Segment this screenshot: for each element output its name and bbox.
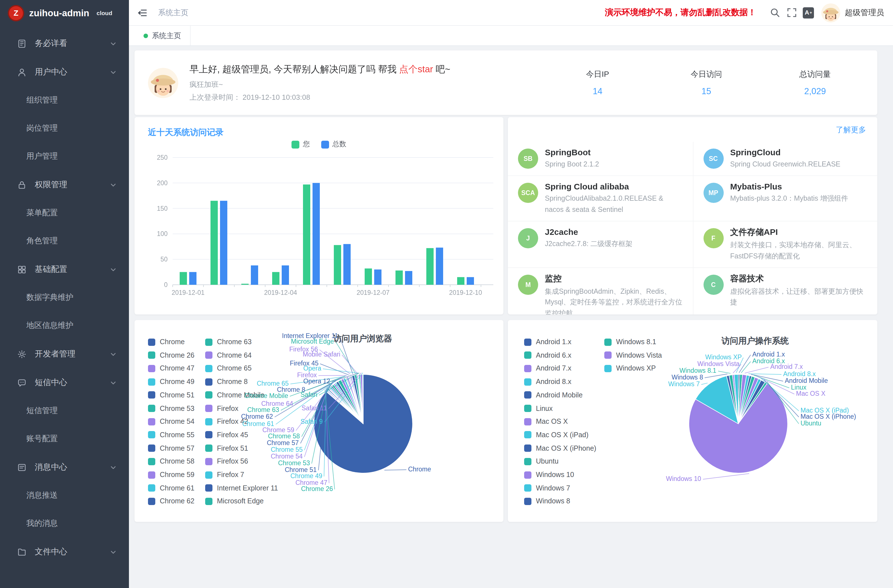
- legend-item[interactable]: Firefox 7: [205, 471, 244, 479]
- bar-您[interactable]: [303, 184, 310, 285]
- legend-item[interactable]: Windows 10: [524, 471, 574, 479]
- legend-item[interactable]: Chrome: [148, 338, 185, 346]
- legend-item[interactable]: Internet Explorer 11: [205, 484, 278, 492]
- legend-item[interactable]: Android Mobile: [524, 391, 583, 399]
- legend-item[interactable]: Android 7.x: [524, 365, 571, 373]
- sidebar-item-msg-center[interactable]: 消息中心: [0, 453, 129, 481]
- tech-item[interactable]: M监控集成SpringBootAdmin、Zipkin、Redis、Mysql、…: [508, 268, 693, 314]
- legend-item[interactable]: Mac OS X: [524, 418, 568, 426]
- sidebar-item-file-center[interactable]: 文件中心: [0, 538, 129, 566]
- legend-item[interactable]: Chrome 61: [148, 484, 194, 492]
- legend-label: Chrome 26: [160, 351, 194, 359]
- legend-item[interactable]: Android 8.x: [524, 378, 571, 386]
- legend-item[interactable]: Linux: [524, 405, 553, 412]
- legend-item[interactable]: Chrome 58: [148, 458, 194, 466]
- sidebar-item-sms-center[interactable]: 短信中心: [0, 368, 129, 397]
- legend-item[interactable]: Microsoft Edge: [205, 498, 264, 505]
- legend-item[interactable]: Windows 7: [524, 484, 570, 492]
- legend-item[interactable]: Mac OS X (iPhone): [524, 444, 596, 452]
- legend-item[interactable]: 您: [292, 140, 310, 149]
- legend-item[interactable]: Chrome 65: [205, 365, 252, 373]
- legend-item[interactable]: Firefox 51: [205, 444, 248, 452]
- bar-您[interactable]: [241, 284, 249, 285]
- bar-总数[interactable]: [436, 248, 443, 285]
- star-link[interactable]: 点个star: [399, 64, 433, 74]
- legend-item[interactable]: Chrome 57: [148, 444, 194, 452]
- bar-总数[interactable]: [220, 201, 227, 285]
- tech-item[interactable]: C容器技术虚拟化容器技术，让迁移、部署更加方便快捷: [693, 268, 877, 314]
- legend-label: Mac OS X (iPhone): [536, 444, 596, 452]
- user-menu[interactable]: 超级管理员: [821, 3, 884, 22]
- legend-item[interactable]: Chrome 63: [205, 338, 252, 346]
- legend-item[interactable]: Chrome 64: [205, 351, 252, 359]
- legend-item[interactable]: Chrome 62: [148, 498, 194, 505]
- sidebar-item-must-read[interactable]: 务必详看: [0, 29, 129, 58]
- bar-您[interactable]: [395, 271, 403, 285]
- tech-item[interactable]: SCASpring Cloud alibabaSpringCloudAlibab…: [508, 176, 693, 221]
- legend-item[interactable]: Chrome 47: [148, 365, 194, 373]
- app-logo[interactable]: Z zuihou-admin cloud: [0, 0, 129, 26]
- bar-总数[interactable]: [282, 265, 289, 285]
- search-icon[interactable]: [766, 4, 783, 21]
- legend-item[interactable]: 总数: [321, 140, 346, 149]
- legend-item[interactable]: Chrome 51: [148, 391, 194, 399]
- tech-item[interactable]: JJ2cacheJ2cache2.7.8: 二级缓存框架: [508, 221, 693, 268]
- legend-item[interactable]: Chrome 8: [205, 378, 248, 386]
- learn-more-link[interactable]: 了解更多: [836, 125, 866, 135]
- bar-您[interactable]: [334, 245, 341, 285]
- font-size-icon[interactable]: A+: [800, 4, 817, 21]
- sidebar-subitem[interactable]: 数据字典维护: [0, 284, 129, 312]
- bar-总数[interactable]: [374, 270, 382, 285]
- sidebar-item-base-config[interactable]: 基础配置: [0, 255, 129, 284]
- legend-item[interactable]: Chrome 55: [148, 431, 194, 439]
- tech-item[interactable]: MPMybatis-PlusMybatis-plus 3.2.0：Mybatis…: [693, 176, 877, 221]
- bar-总数[interactable]: [251, 265, 258, 285]
- fullscreen-icon[interactable]: [783, 4, 800, 21]
- tab-系统主页[interactable]: 系统主页: [135, 26, 191, 45]
- bar-您[interactable]: [180, 272, 187, 285]
- sidebar-subitem[interactable]: 短信管理: [0, 397, 129, 425]
- legend-item[interactable]: Firefox: [205, 405, 238, 412]
- sidebar-subitem[interactable]: 我的消息: [0, 510, 129, 538]
- sidebar-item-permission[interactable]: 权限管理: [0, 170, 129, 199]
- bar-您[interactable]: [210, 201, 218, 285]
- bar-您[interactable]: [272, 272, 280, 285]
- bar-您[interactable]: [426, 248, 434, 285]
- legend-item[interactable]: Firefox 56: [205, 458, 248, 466]
- legend-item[interactable]: Windows Vista: [604, 351, 662, 359]
- sidebar-subitem[interactable]: 用户管理: [0, 142, 129, 170]
- legend-item[interactable]: Firefox 45: [205, 431, 248, 439]
- bar-您[interactable]: [365, 269, 372, 285]
- sidebar-subitem[interactable]: 组织管理: [0, 86, 129, 114]
- legend-item[interactable]: Chrome 53: [148, 405, 194, 412]
- bar-总数[interactable]: [467, 277, 474, 285]
- legend-item[interactable]: Mac OS X (iPad): [524, 431, 589, 439]
- tech-item[interactable]: F文件存储API封装文件接口，实现本地存储、阿里云、FastDFS存储的配置化: [693, 221, 877, 268]
- bar-总数[interactable]: [313, 183, 320, 285]
- sidebar-subitem[interactable]: 菜单配置: [0, 199, 129, 227]
- tech-item[interactable]: SBSpringBootSpring Boot 2.1.2: [508, 142, 693, 176]
- tech-item[interactable]: SCSpringCloudSpring Cloud Greenwich.RELE…: [693, 142, 877, 176]
- sidebar-subitem[interactable]: 岗位管理: [0, 114, 129, 142]
- legend-item[interactable]: Windows XP: [604, 365, 656, 373]
- sidebar-item-developer[interactable]: 开发者管理: [0, 340, 129, 368]
- sidebar-item-user-center[interactable]: 用户中心: [0, 58, 129, 86]
- legend-item[interactable]: Windows 8: [524, 498, 570, 505]
- bar-总数[interactable]: [343, 244, 351, 285]
- legend-item[interactable]: Android 1.x: [524, 338, 571, 346]
- bar-您[interactable]: [457, 277, 465, 285]
- legend-item[interactable]: Chrome 49: [148, 378, 194, 386]
- legend-item[interactable]: Chrome 26: [148, 351, 194, 359]
- legend-item[interactable]: Chrome 54: [148, 418, 194, 426]
- bar-总数[interactable]: [405, 271, 412, 285]
- legend-item[interactable]: Ubuntu: [524, 458, 559, 466]
- sidebar-subitem[interactable]: 地区信息维护: [0, 312, 129, 340]
- sidebar-collapse-icon[interactable]: [137, 7, 148, 18]
- legend-item[interactable]: Android 6.x: [524, 351, 571, 359]
- sidebar-subitem[interactable]: 账号配置: [0, 425, 129, 453]
- legend-item[interactable]: Chrome 59: [148, 471, 194, 479]
- sidebar-subitem[interactable]: 角色管理: [0, 227, 129, 255]
- legend-item[interactable]: Windows 8.1: [604, 338, 656, 346]
- bar-总数[interactable]: [189, 272, 197, 285]
- sidebar-subitem[interactable]: 消息推送: [0, 481, 129, 510]
